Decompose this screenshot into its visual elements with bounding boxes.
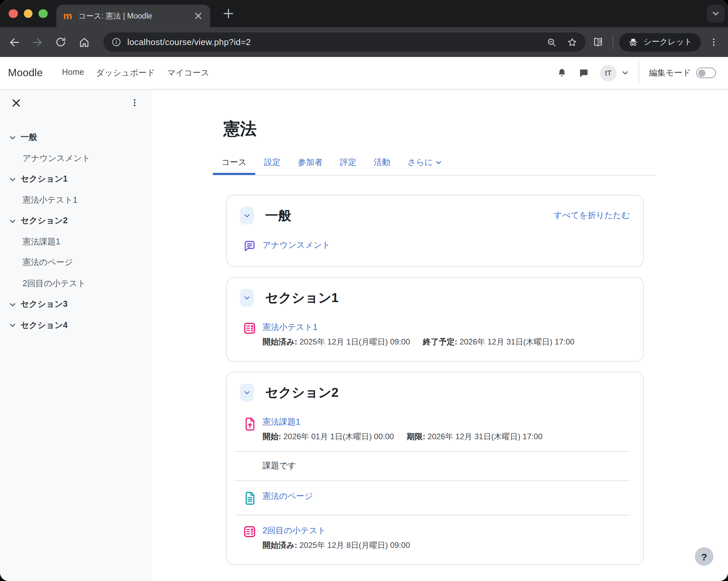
moodle-navbar: Moodle Home ダッシュボード マイコース tT 編集モード [0,57,728,89]
assignment-icon [243,416,257,432]
date-value: 2025年 12月 1日(月曜日) 09:00 [300,337,410,347]
messages-chat-icon[interactable] [578,67,590,79]
sidebar-item-section3[interactable]: セクション3 [0,294,152,315]
incognito-badge: シークレット [619,33,701,51]
nav-link-home[interactable]: Home [61,64,85,81]
sidebar-item-label: 憲法課題1 [23,237,60,248]
date-label: 終了予定: [423,337,457,347]
activity-announcements: アナウンスメント [243,239,630,253]
edit-mode-toggle[interactable] [696,68,716,78]
drawer-close-icon[interactable] [9,95,23,110]
quiz-icon [243,525,257,538]
chevron-down-icon[interactable] [9,135,16,141]
sidebar-item-label: セクション4 [21,320,68,331]
activity-divider [235,451,630,452]
nav-link-dashboard[interactable]: ダッシュボード [95,64,157,81]
tab-settings[interactable]: 設定 [255,151,289,175]
tab-participants[interactable]: 参加者 [289,151,331,175]
back-icon[interactable] [6,33,23,51]
browser-tab-strip: m コース: 憲法 | Moodle [0,0,728,27]
sidebar-item-label: アナウンスメント [23,153,90,164]
sidebar-item-quiz2[interactable]: 2回目の小テスト [0,273,152,294]
address-bar[interactable]: localhost/course/view.php?id=2 [103,32,585,52]
navbar-divider [639,62,639,84]
moodle-favicon-icon: m [62,10,73,21]
activity-link[interactable]: 2回目の小テスト [263,524,326,538]
sidebar-item-general[interactable]: 一般 [0,127,152,148]
sidebar-item-section1[interactable]: セクション1 [0,169,152,190]
navbar-right: tT 編集モード [546,62,716,84]
reading-list-icon[interactable] [589,33,606,51]
collapse-all-link[interactable]: すべてを折りたたむ [554,210,630,221]
browser-window: m コース: 憲法 | Moodle [0,0,728,581]
new-tab-button[interactable] [222,7,235,21]
help-button[interactable]: ? [695,547,713,566]
sidebar-item-label: 憲法のページ [23,257,73,269]
activity-dates: 開始済み: 2025年 12月 8日(月曜日) 09:00 [263,540,421,551]
section-collapse-chevron-icon[interactable] [240,207,254,225]
tab-search-chevron-icon[interactable] [707,5,725,23]
browser-menu-kebab-icon[interactable] [705,33,722,51]
zoom-out-icon[interactable] [546,37,556,47]
nav-link-mycourses[interactable]: マイコース [166,64,210,81]
activity-dates: 開始済み: 2025年 12月 1日(月曜日) 09:00 終了予定: 2026… [263,336,585,348]
activity-link[interactable]: アナウンスメント [263,239,331,252]
section-title[interactable]: セクション2 [265,384,338,402]
activity-link[interactable]: 憲法のページ [263,490,313,503]
chevron-down-icon[interactable] [9,322,16,329]
window-zoom-button[interactable] [38,9,47,18]
activity-link[interactable]: 憲法課題1 [263,415,300,429]
moodle-brand[interactable]: Moodle [8,67,43,79]
date-label: 期限: [407,432,425,441]
content-area: 一般 アナウンスメント セクション1 憲法小テスト1 セクション2 憲法課題1 … [0,89,728,581]
section-card-1: セクション1 憲法小テスト1 開始済み: 2025年 12月 1日(月曜日) 0… [226,277,644,362]
user-avatar[interactable]: tT [600,64,617,81]
chevron-down-icon[interactable] [9,176,16,183]
forward-icon[interactable] [28,33,46,51]
activity-quiz1: 憲法小テスト1 開始済み: 2025年 12月 1日(月曜日) 09:00 終了… [243,321,630,348]
sidebar-item-page[interactable]: 憲法のページ [0,252,152,273]
section-title[interactable]: 一般 [265,207,291,225]
edit-mode-label: 編集モード [649,67,691,79]
toolbar-divider [612,34,613,50]
sidebar-item-section2[interactable]: セクション2 [0,211,152,231]
section-collapse-chevron-icon[interactable] [240,289,254,307]
section-collapse-chevron-icon[interactable] [240,384,254,402]
bookmark-star-icon[interactable] [567,37,577,47]
window-controls [9,9,47,18]
sidebar-item-section4[interactable]: セクション4 [0,315,152,336]
reload-icon[interactable] [52,33,69,51]
window-close-button[interactable] [9,9,18,18]
date-value: 2025年 12月 8日(月曜日) 09:00 [300,541,410,550]
user-menu-chevron-icon[interactable] [622,70,628,76]
url-text[interactable]: localhost/course/view.php?id=2 [127,37,536,47]
chevron-down-icon[interactable] [9,301,16,308]
home-icon[interactable] [76,33,93,51]
drawer-menu-kebab-icon[interactable] [127,95,142,110]
chevron-down-icon[interactable] [9,218,16,225]
section-title[interactable]: セクション1 [265,289,338,307]
navbar-links: Home ダッシュボード マイコース [61,64,211,81]
activity-assignment1: 憲法課題1 開始: 2026年 01月 1日(木曜日) 00:00 期限: 20… [243,415,630,472]
forum-icon [243,239,257,253]
tab-title: コース: 憲法 | Moodle [78,11,192,21]
course-main: 憲法 コース 設定 参加者 評定 活動 さらに 一般 [152,89,728,581]
site-info-icon[interactable] [111,37,121,47]
window-minimize-button[interactable] [24,9,32,18]
quiz-icon [243,321,257,335]
tab-more[interactable]: さらに [399,151,450,175]
notifications-bell-icon[interactable] [556,67,568,79]
date-value: 2026年 12月 31日(木曜日) 17:00 [428,432,543,441]
tab-course[interactable]: コース [213,151,255,175]
page-icon [243,490,257,506]
tab-grades[interactable]: 評定 [331,151,365,175]
sidebar-item-assignment1[interactable]: 憲法課題1 [0,231,152,252]
browser-tab[interactable]: m コース: 憲法 | Moodle [56,5,210,27]
sidebar-item-quiz1[interactable]: 憲法小テスト1 [0,190,152,211]
tab-close-icon[interactable] [192,10,204,22]
activity-link[interactable]: 憲法小テスト1 [263,321,318,335]
sidebar-item-announcements[interactable]: アナウンスメント [0,148,152,169]
tab-activities[interactable]: 活動 [365,151,399,175]
browser-toolbar: localhost/course/view.php?id=2 シークレット [0,27,728,57]
sidebar-item-label: セクション1 [21,174,68,185]
